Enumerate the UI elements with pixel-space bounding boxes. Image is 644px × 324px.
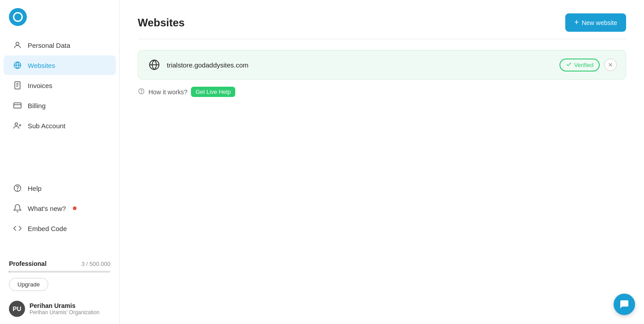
website-card: trialstore.godaddysites.com Verified (138, 50, 626, 80)
logo-area (0, 0, 119, 33)
sidebar-item-invoices-label: Invoices (28, 82, 52, 89)
question-icon (138, 88, 145, 96)
website-globe-icon (147, 58, 161, 72)
sidebar-item-help-label: Help (28, 185, 42, 192)
invoice-icon (13, 80, 22, 90)
check-icon (566, 61, 572, 69)
embed-icon (13, 223, 22, 233)
new-website-label: New website (582, 19, 617, 26)
sidebar-item-invoices[interactable]: Invoices (4, 76, 116, 95)
upgrade-button[interactable]: Upgrade (9, 278, 48, 291)
new-website-button[interactable]: + New website (565, 13, 626, 32)
plan-usage: 3 / 500.000 (81, 261, 110, 267)
how-it-works-label: How it works? (148, 88, 187, 96)
sidebar-item-websites[interactable]: Websites (4, 55, 116, 75)
sidebar-item-websites-label: Websites (28, 62, 55, 69)
svg-rect-3 (14, 103, 21, 108)
sidebar-item-help[interactable]: Help (4, 178, 116, 198)
svg-point-0 (16, 42, 19, 45)
notification-dot (73, 206, 76, 210)
billing-icon (13, 101, 22, 110)
verified-badge: Verified (559, 59, 600, 72)
person-icon (13, 40, 22, 50)
sub-account-icon (13, 121, 22, 130)
globe-icon (13, 60, 22, 70)
app-logo (9, 8, 27, 26)
sidebar-item-sub-account-label: Sub Account (28, 122, 65, 130)
plan-bar-fill (9, 271, 9, 273)
plan-section: Professional 3 / 500.000 Upgrade (0, 254, 119, 295)
user-org: Perihan Uramis' Organization (30, 309, 110, 316)
plan-name: Professional (9, 260, 47, 267)
main-content: Websites + New website trialstore.godadd… (120, 0, 644, 324)
help-icon (13, 183, 22, 193)
get-live-help-button[interactable]: Get Live Help (191, 87, 235, 97)
sidebar-item-whats-new[interactable]: What's new? (4, 198, 116, 218)
sidebar-item-personal-data[interactable]: Personal Data (4, 35, 116, 55)
svg-point-6 (17, 190, 18, 190)
avatar-initials: PU (13, 305, 21, 312)
plus-icon: + (574, 18, 579, 27)
svg-point-4 (15, 123, 18, 126)
verified-label: Verified (574, 62, 593, 68)
logo-inner (13, 12, 23, 22)
website-card-left: trialstore.godaddysites.com (147, 58, 249, 72)
sidebar-item-billing-label: Billing (28, 102, 46, 109)
sidebar-item-personal-data-label: Personal Data (28, 42, 70, 49)
website-url: trialstore.godaddysites.com (167, 61, 249, 69)
user-section: PU Perihan Uramis Perihan Uramis' Organi… (0, 295, 119, 324)
main-header: Websites + New website (138, 13, 626, 39)
sidebar: Personal Data Websites Inv (0, 0, 120, 324)
user-name: Perihan Uramis (30, 302, 110, 309)
remove-website-button[interactable] (604, 59, 617, 71)
chat-bubble-button[interactable] (614, 294, 635, 315)
svg-point-9 (141, 93, 142, 93)
website-card-right: Verified (559, 59, 617, 72)
how-it-works-row: How it works? Get Live Help (138, 87, 626, 97)
user-info: Perihan Uramis Perihan Uramis' Organizat… (30, 302, 110, 316)
bell-icon (13, 203, 22, 213)
svg-rect-2 (15, 82, 20, 89)
avatar: PU (9, 301, 25, 317)
sidebar-item-billing[interactable]: Billing (4, 96, 116, 115)
page-title: Websites (138, 17, 185, 29)
sidebar-item-sub-account[interactable]: Sub Account (4, 116, 116, 135)
sidebar-item-whats-new-label: What's new? (28, 205, 66, 212)
sidebar-item-embed-code-label: Embed Code (28, 225, 67, 232)
plan-bar-background (9, 271, 110, 273)
sidebar-item-embed-code[interactable]: Embed Code (4, 219, 116, 238)
main-nav: Personal Data Websites Inv (0, 33, 119, 254)
